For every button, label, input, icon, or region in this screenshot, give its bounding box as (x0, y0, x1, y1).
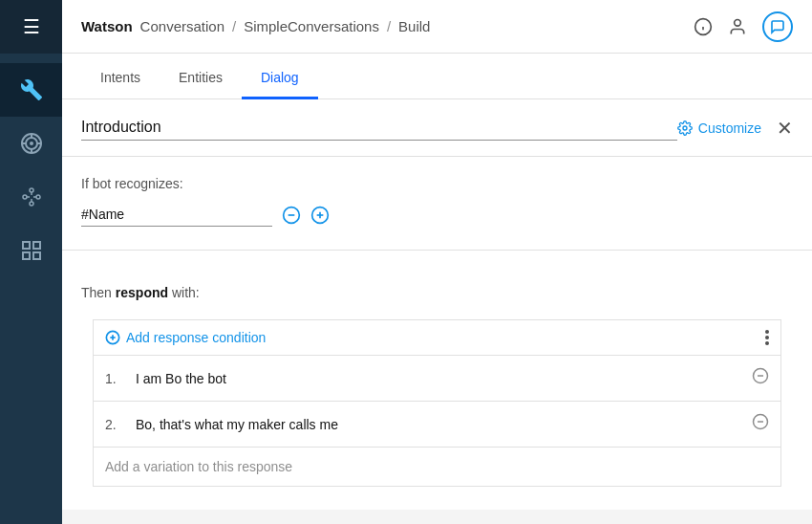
response-box: Add response condition 1. I am Bo the bo… (93, 319, 781, 487)
respond-label: Then respond with: (81, 285, 793, 300)
remove-condition-button[interactable] (282, 206, 301, 225)
tab-entities[interactable]: Entities (160, 58, 242, 99)
topbar: Watson Conversation / SimpleConversation… (62, 0, 812, 54)
response-item-2: 2. Bo, that's what my maker calls me (94, 402, 780, 448)
sidebar-item-tools[interactable] (0, 63, 62, 117)
svg-point-2 (30, 142, 33, 145)
brand-name: Watson (81, 18, 133, 34)
sidebar-item-grid[interactable] (0, 224, 62, 277)
more-options-button[interactable] (765, 330, 769, 345)
topbar-actions (694, 11, 793, 42)
plus-circle-icon (105, 330, 120, 345)
breadcrumb-separator-1: / (232, 18, 236, 34)
tab-intents[interactable]: Intents (81, 58, 160, 99)
respond-bold: respond (116, 285, 168, 300)
condition-row (81, 203, 793, 227)
tabbar: Intents Entities Dialog (62, 54, 812, 99)
svg-rect-17 (23, 252, 30, 259)
svg-point-23 (683, 126, 687, 130)
response-item-1: 1. I am Bo the bot (94, 356, 780, 402)
breadcrumb-link-1[interactable]: SimpleConversations (244, 18, 379, 34)
remove-response-1-button[interactable] (752, 367, 769, 389)
recognizes-label-text: If bot recognizes: (81, 176, 183, 191)
chat-icon[interactable] (762, 11, 793, 42)
add-response-condition-button[interactable]: Add response condition (105, 330, 266, 345)
user-icon[interactable] (728, 17, 747, 36)
remove-response-2-button[interactable] (752, 413, 769, 435)
header-actions: Customize ✕ (677, 119, 793, 138)
response-num-1: 1. (105, 371, 124, 386)
svg-point-8 (30, 188, 33, 192)
sidebar-item-graph[interactable] (0, 170, 62, 224)
recognizes-section: If bot recognizes: (62, 157, 812, 251)
recognizes-label: If bot recognizes: (81, 176, 793, 191)
more-dot-2 (765, 336, 769, 339)
sidebar: ☰ (0, 0, 62, 524)
more-dot-1 (765, 330, 769, 334)
dialog-title-input[interactable] (81, 115, 677, 141)
response-num-2: 2. (105, 417, 124, 432)
add-variation-label: Add a variation to this response (105, 459, 292, 474)
svg-rect-16 (33, 242, 40, 249)
svg-rect-15 (23, 242, 30, 249)
info-icon[interactable] (694, 17, 713, 36)
hamburger-icon[interactable]: ☰ (23, 15, 40, 38)
close-button[interactable]: ✕ (777, 119, 793, 138)
graph-icon (20, 186, 43, 208)
sidebar-nav (0, 63, 62, 277)
sidebar-item-target[interactable] (0, 117, 62, 170)
add-variation-row[interactable]: Add a variation to this response (94, 448, 780, 486)
gear-icon (677, 120, 693, 136)
svg-point-9 (36, 195, 40, 199)
sidebar-top: ☰ (0, 0, 62, 54)
grid-icon (20, 239, 43, 262)
customize-button[interactable]: Customize (677, 120, 761, 136)
tools-icon (20, 78, 43, 101)
dialog-card: Customize ✕ If bot recognizes: (62, 99, 812, 510)
svg-point-7 (23, 195, 27, 199)
svg-point-22 (735, 19, 741, 26)
breadcrumb-current: Build (398, 18, 430, 34)
add-response-label: Add response condition (126, 330, 266, 345)
breadcrumb-separator-2: / (387, 18, 391, 34)
app-name: Conversation (140, 18, 224, 34)
condition-input[interactable] (81, 203, 272, 227)
response-text-2[interactable]: Bo, that's what my maker calls me (136, 417, 752, 432)
respond-section: Then respond with: Add response conditio… (62, 262, 812, 510)
customize-label: Customize (698, 120, 761, 136)
add-condition-button[interactable] (310, 206, 330, 225)
target-icon (20, 132, 43, 155)
tab-dialog[interactable]: Dialog (242, 58, 318, 99)
topbar-title: Watson Conversation / SimpleConversation… (81, 18, 430, 34)
add-response-row: Add response condition (94, 320, 780, 356)
header-row: Customize ✕ (62, 99, 812, 157)
response-text-1[interactable]: I am Bo the bot (136, 371, 752, 386)
svg-point-10 (30, 202, 33, 206)
svg-rect-18 (33, 252, 40, 259)
main-content: Customize ✕ If bot recognizes: (62, 99, 812, 524)
more-dot-3 (765, 341, 769, 345)
